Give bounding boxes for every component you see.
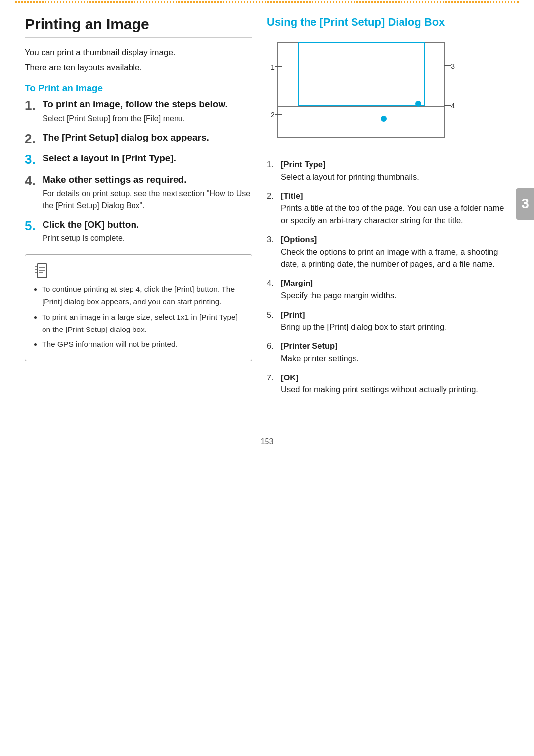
diagram-dot-1	[415, 101, 421, 107]
page-title: Printing an Image	[25, 16, 252, 38]
right-item-0-text: [Print Type] Select a layout for printin…	[281, 158, 509, 183]
chapter-tab: 3	[516, 188, 534, 220]
intro-line1: You can print a thumbnail display image.	[25, 47, 252, 59]
right-item-5-desc: Make printer settings.	[281, 354, 359, 363]
right-item-3: 4. [Margin] Specify the page margin widt…	[267, 277, 509, 302]
step-3: 3. Select a layout in [Print Type].	[25, 152, 252, 167]
note-box: To continue printing at step 4, click th…	[25, 254, 252, 361]
right-item-0-num: 1.	[267, 158, 278, 183]
right-item-6-label: [OK]	[281, 373, 299, 382]
right-item-3-label: [Margin]	[281, 279, 313, 287]
notes-list: To continue printing at step 4, click th…	[33, 284, 244, 351]
note-item-0: To continue printing at step 4, click th…	[42, 284, 244, 308]
right-item-0-desc: Select a layout for printing thumbnails.	[281, 172, 419, 181]
step-2-title: The [Print Setup] dialog box appears.	[43, 132, 252, 144]
right-items-list: 1. [Print Type] Select a layout for prin…	[267, 158, 509, 396]
right-item-4-label: [Print]	[281, 310, 305, 319]
step-1-title: To print an image, follow the steps belo…	[43, 98, 252, 111]
right-item-1-desc: Prints a title at the top of the page. Y…	[281, 203, 504, 225]
step-5: 5. Click the [OK] button. Print setup is…	[25, 219, 252, 245]
step-1-content: To print an image, follow the steps belo…	[43, 98, 252, 125]
right-item-5-text: [Printer Setup] Make printer settings.	[281, 340, 509, 365]
right-item-3-text: [Margin] Specify the page margin widths.	[281, 277, 509, 302]
right-item-2-label: [Options]	[281, 235, 317, 244]
right-item-2-text: [Options] Check the options to print an …	[281, 234, 509, 270]
section-heading: To Print an Image	[25, 83, 252, 94]
step-3-title: Select a layout in [Print Type].	[43, 152, 252, 165]
print-setup-diagram: 1 2 3 4	[267, 38, 455, 146]
right-item-4-text: [Print] Bring up the [Print] dialog box …	[281, 309, 509, 333]
right-item-5: 6. [Printer Setup] Make printer settings…	[267, 340, 509, 365]
right-item-1: 2. [Title] Prints a title at the top of …	[267, 190, 509, 227]
right-item-6-desc: Used for making print settings without a…	[281, 385, 478, 394]
top-border	[0, 0, 534, 6]
right-item-5-label: [Printer Setup]	[281, 341, 338, 350]
right-item-3-num: 4.	[267, 277, 278, 302]
note-item-1: To print an image in a large size, selec…	[42, 311, 244, 336]
step-2-content: The [Print Setup] dialog box appears.	[43, 132, 252, 144]
right-item-1-text: [Title] Prints a title at the top of the…	[281, 190, 509, 227]
right-item-0-label: [Print Type]	[281, 160, 325, 169]
step-3-content: Select a layout in [Print Type].	[43, 152, 252, 165]
diagram-inner-box	[298, 42, 425, 106]
step-4-desc: For details on print setup, see the next…	[43, 188, 252, 212]
right-item-4: 5. [Print] Bring up the [Print] dialog b…	[267, 309, 509, 333]
step-3-number: 3.	[25, 152, 39, 167]
right-item-6-text: [OK] Used for making print settings with…	[281, 372, 509, 396]
right-item-0: 1. [Print Type] Select a layout for prin…	[267, 158, 509, 183]
right-item-4-desc: Bring up the [Print] dialog box to start…	[281, 322, 446, 331]
diagram-label-1: 1	[271, 63, 275, 71]
step-2: 2. The [Print Setup] dialog box appears.	[25, 132, 252, 146]
note-icon	[33, 262, 51, 280]
note-item-2: The GPS information will not be printed.	[42, 338, 244, 351]
step-1-number: 1.	[25, 98, 39, 113]
svg-rect-0	[37, 264, 47, 278]
step-4-number: 4.	[25, 174, 39, 188]
intro-line2: There are ten layouts available.	[25, 61, 252, 74]
right-item-1-num: 2.	[267, 190, 278, 227]
step-1-desc: Select [Print Setup] from the [File] men…	[43, 113, 252, 125]
right-item-2-desc: Check the options to print an image with…	[281, 247, 498, 269]
right-item-6: 7. [OK] Used for making print settings w…	[267, 372, 509, 396]
step-4-title: Make other settings as required.	[43, 174, 252, 186]
right-item-4-num: 5.	[267, 309, 278, 333]
steps-list: 1. To print an image, follow the steps b…	[25, 98, 252, 244]
step-2-number: 2.	[25, 132, 39, 146]
right-item-2-num: 3.	[267, 234, 278, 270]
right-heading: Using the [Print Setup] Dialog Box	[267, 16, 509, 29]
diagram-label-4: 4	[451, 102, 455, 110]
top-border-line	[15, 1, 519, 5]
memo-icon	[33, 262, 51, 280]
diagram-v-divider	[298, 42, 299, 106]
right-item-5-num: 6.	[267, 340, 278, 365]
right-item-3-desc: Specify the page margin widths.	[281, 291, 397, 300]
page-number: 153	[0, 437, 534, 446]
right-item-6-num: 7.	[267, 372, 278, 396]
diagram-dot-2	[381, 116, 387, 122]
diagram-label-2: 2	[271, 111, 275, 119]
left-column: Printing an Image You can print a thumbn…	[25, 16, 252, 403]
right-column: Using the [Print Setup] Dialog Box 1 2	[267, 16, 509, 403]
step-4-content: Make other settings as required. For det…	[43, 174, 252, 212]
right-item-1-label: [Title]	[281, 191, 303, 200]
step-5-title: Click the [OK] button.	[43, 219, 252, 231]
step-1: 1. To print an image, follow the steps b…	[25, 98, 252, 125]
right-item-2: 3. [Options] Check the options to print …	[267, 234, 509, 270]
step-4: 4. Make other settings as required. For …	[25, 174, 252, 212]
diagram-label-3: 3	[451, 62, 455, 70]
step-5-content: Click the [OK] button. Print setup is co…	[43, 219, 252, 245]
step-5-number: 5.	[25, 219, 39, 233]
step-5-desc: Print setup is complete.	[43, 233, 252, 244]
